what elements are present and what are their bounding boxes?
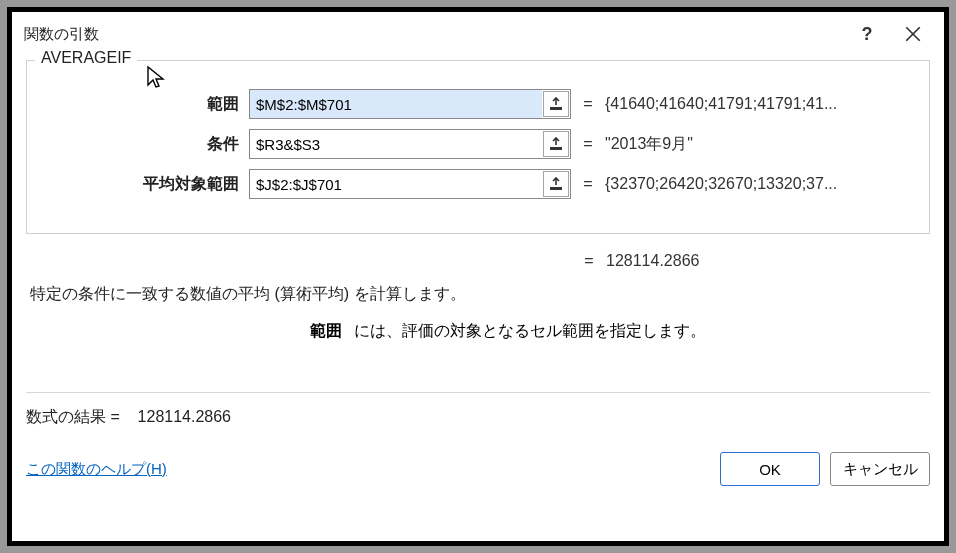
- collapse-icon: [549, 97, 563, 111]
- argument-result: {32370;26420;32670;13320;37...: [605, 175, 915, 193]
- hint-text: には、評価の対象となるセル範囲を指定します。: [354, 321, 926, 342]
- middle-section: = 128114.2866 特定の条件に一致する数値の平均 (算術平均) を計算…: [26, 234, 930, 386]
- bottom-bar: この関数のヘルプ(H) OK キャンセル: [26, 452, 930, 492]
- equals-sign: =: [571, 175, 605, 193]
- argument-label: 条件: [41, 134, 249, 155]
- argument-result: "2013年9月": [605, 134, 915, 155]
- average-range-input[interactable]: [250, 170, 542, 198]
- svg-rect-2: [550, 107, 562, 110]
- argument-input-wrap: [249, 89, 571, 119]
- overall-result: 128114.2866: [606, 252, 926, 270]
- dialog-title: 関数の引数: [24, 25, 844, 44]
- criteria-input[interactable]: [250, 130, 542, 158]
- function-description: 特定の条件に一致する数値の平均 (算術平均) を計算します。: [30, 284, 926, 305]
- svg-rect-4: [550, 187, 562, 190]
- argument-row-criteria: 条件 = "2013年9月": [41, 129, 915, 159]
- formula-result: 数式の結果 = 128114.2866: [26, 407, 930, 428]
- collapse-dialog-button[interactable]: [543, 91, 569, 117]
- cancel-button[interactable]: キャンセル: [830, 452, 930, 486]
- title-bar: 関数の引数 ?: [12, 12, 944, 56]
- argument-hint: 範囲 には、評価の対象となるセル範囲を指定します。: [30, 321, 926, 342]
- close-icon: [904, 25, 922, 43]
- overall-result-row: = 128114.2866: [30, 252, 926, 270]
- hint-label: 範囲: [30, 321, 354, 342]
- argument-row-average-range: 平均対象範囲 = {32370;26420;32670;13320;37...: [41, 169, 915, 199]
- divider: [26, 392, 930, 393]
- dialog-body: AVERAGEIF 範囲 = {41640;41640;41791;417: [12, 56, 944, 541]
- collapse-dialog-button[interactable]: [543, 131, 569, 157]
- help-button[interactable]: ?: [844, 18, 890, 50]
- collapse-dialog-button[interactable]: [543, 171, 569, 197]
- equals-sign: =: [571, 135, 605, 153]
- formula-result-label: 数式の結果 =: [26, 408, 120, 425]
- formula-result-value: 128114.2866: [138, 408, 231, 425]
- collapse-icon: [549, 137, 563, 151]
- mouse-cursor-icon: [145, 65, 169, 91]
- argument-input-wrap: [249, 169, 571, 199]
- collapse-icon: [549, 177, 563, 191]
- function-name: AVERAGEIF: [35, 49, 137, 67]
- arguments-group: AVERAGEIF 範囲 = {41640;41640;41791;417: [26, 60, 930, 234]
- function-arguments-dialog: 関数の引数 ? AVERAGEIF 範囲: [8, 8, 948, 545]
- argument-label: 範囲: [41, 94, 249, 115]
- help-link[interactable]: この関数のヘルプ(H): [26, 460, 167, 479]
- argument-row-range: 範囲 = {41640;41640;41791;41791;41...: [41, 89, 915, 119]
- equals-sign: =: [572, 252, 606, 270]
- ok-button[interactable]: OK: [720, 452, 820, 486]
- argument-result: {41640;41640;41791;41791;41...: [605, 95, 915, 113]
- close-button[interactable]: [890, 18, 936, 50]
- svg-rect-3: [550, 147, 562, 150]
- range-input[interactable]: [250, 90, 542, 118]
- argument-input-wrap: [249, 129, 571, 159]
- argument-label: 平均対象範囲: [41, 174, 249, 195]
- equals-sign: =: [571, 95, 605, 113]
